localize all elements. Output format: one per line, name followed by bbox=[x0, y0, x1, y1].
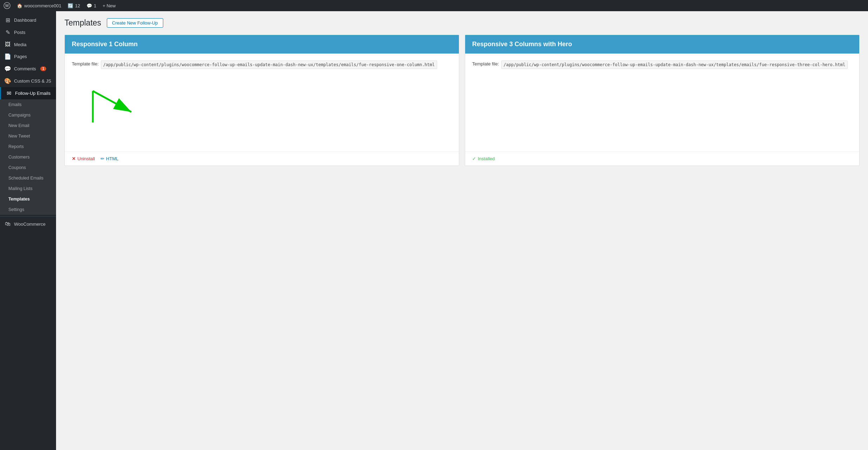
arrow-annotation bbox=[86, 87, 149, 131]
sidebar-item-dashboard[interactable]: ⊞ Dashboard bbox=[0, 14, 56, 26]
template-3col-body: Template file: /app/public/wp-content/pl… bbox=[465, 54, 859, 152]
woo-label: WooCommerce bbox=[14, 222, 46, 227]
scheduled-emails-label: Scheduled Emails bbox=[8, 176, 43, 181]
sidebar-item-followup[interactable]: ✉ Follow-Up Emails bbox=[0, 87, 56, 99]
wp-logo-item[interactable]: W bbox=[4, 2, 11, 9]
templates-label: Templates bbox=[8, 197, 30, 202]
dashboard-icon: ⊞ bbox=[4, 17, 11, 23]
emails-label: Emails bbox=[8, 102, 22, 107]
sidebar-item-pages[interactable]: 📄 Pages bbox=[0, 50, 56, 63]
wp-logo-icon: W bbox=[4, 2, 11, 9]
new-tweet-label: New Tweet bbox=[8, 134, 30, 139]
sidebar-item-reports[interactable]: Reports bbox=[0, 141, 56, 152]
sidebar-item-customers[interactable]: Customers bbox=[0, 152, 56, 162]
sidebar-divider bbox=[0, 216, 56, 217]
template-1col-footer: ✕ Uninstall ✏ HTML bbox=[65, 152, 459, 166]
reports-label: Reports bbox=[8, 144, 24, 149]
comments-badge: 1 bbox=[40, 66, 47, 71]
new-label: + New bbox=[103, 3, 116, 8]
content-area: Templates Create New Follow-Up Responsiv… bbox=[56, 11, 868, 450]
installed-status: ✓ Installed bbox=[472, 156, 495, 161]
updates-item[interactable]: 🔄 12 bbox=[68, 3, 80, 8]
template-1col-file-line: Template file: /app/public/wp-content/pl… bbox=[72, 61, 452, 69]
template-3col-footer: ✓ Installed bbox=[465, 152, 859, 166]
template-3col-title: Responsive 3 Columns with Hero bbox=[472, 41, 572, 48]
sidebar-label-comments: Comments bbox=[14, 66, 36, 71]
page-header: Templates Create New Follow-Up bbox=[64, 18, 860, 28]
coupons-label: Coupons bbox=[8, 165, 26, 170]
updates-count: 12 bbox=[75, 3, 80, 8]
new-item[interactable]: + New bbox=[103, 3, 116, 8]
sidebar-item-posts[interactable]: ✎ Posts bbox=[0, 26, 56, 38]
sidebar-label-media: Media bbox=[14, 42, 26, 47]
sidebar-item-settings[interactable]: Settings bbox=[0, 204, 56, 215]
posts-icon: ✎ bbox=[4, 29, 11, 36]
template-1col-file-label: Template file: bbox=[72, 61, 99, 68]
uninstall-button[interactable]: ✕ Uninstall bbox=[72, 156, 95, 161]
sidebar-item-new-tweet[interactable]: New Tweet bbox=[0, 131, 56, 141]
sidebar-item-woocommerce[interactable]: 🛍 WooCommerce bbox=[0, 218, 56, 230]
svg-line-3 bbox=[93, 91, 131, 112]
updates-icon: 🔄 bbox=[68, 3, 73, 8]
custom-css-icon: 🎨 bbox=[4, 78, 11, 84]
svg-text:W: W bbox=[5, 3, 9, 8]
settings-label: Settings bbox=[8, 207, 24, 212]
template-card-3col-hero: Responsive 3 Columns with Hero Template … bbox=[465, 35, 860, 166]
main-layout: ⊞ Dashboard ✎ Posts 🖼 Media 📄 Pages 💬 Co… bbox=[0, 11, 868, 450]
page-title: Templates bbox=[64, 18, 101, 28]
admin-bar: W 🏠 woocommerce001 🔄 12 💬 1 + New bbox=[0, 0, 868, 11]
site-name-item[interactable]: 🏠 woocommerce001 bbox=[17, 3, 61, 8]
checkmark-icon: ✓ bbox=[472, 156, 476, 161]
sidebar-label-followup: Follow-Up Emails bbox=[15, 91, 50, 96]
create-followup-button[interactable]: Create New Follow-Up bbox=[107, 18, 163, 28]
site-name: woocommerce001 bbox=[24, 3, 61, 8]
template-3col-file-path: /app/public/wp-content/plugins/woocommer… bbox=[501, 61, 848, 69]
campaigns-label: Campaigns bbox=[8, 113, 30, 118]
template-card-1col: Responsive 1 Column Template file: /app/… bbox=[64, 35, 459, 166]
sidebar-item-coupons[interactable]: Coupons bbox=[0, 162, 56, 173]
green-arrow-svg bbox=[86, 87, 149, 129]
template-3col-file-line: Template file: /app/public/wp-content/pl… bbox=[472, 61, 852, 69]
sidebar-item-new-email[interactable]: New Email bbox=[0, 120, 56, 131]
installed-label-text: Installed bbox=[478, 156, 495, 161]
edit-icon: ✏ bbox=[101, 156, 104, 161]
customers-label: Customers bbox=[8, 155, 29, 160]
sidebar-item-scheduled-emails[interactable]: Scheduled Emails bbox=[0, 173, 56, 183]
comments-count: 1 bbox=[94, 3, 96, 8]
followup-submenu: Emails Campaigns New Email New Tweet Rep… bbox=[0, 99, 56, 215]
sidebar-label-pages: Pages bbox=[14, 54, 27, 59]
sidebar-item-custom-css[interactable]: 🎨 Custom CSS & JS bbox=[0, 75, 56, 87]
sidebar-item-media[interactable]: 🖼 Media bbox=[0, 38, 56, 50]
woo-icon: 🛍 bbox=[4, 221, 11, 227]
html-label: HTML bbox=[106, 156, 118, 161]
sidebar-item-templates[interactable]: Templates bbox=[0, 194, 56, 204]
comments-item[interactable]: 💬 1 bbox=[87, 3, 96, 8]
sidebar-item-emails[interactable]: Emails bbox=[0, 99, 56, 110]
sidebar-item-mailing-lists[interactable]: Mailing Lists bbox=[0, 183, 56, 194]
pages-icon: 📄 bbox=[4, 53, 11, 60]
comments-nav-icon: 💬 bbox=[4, 65, 11, 72]
template-1col-body: Template file: /app/public/wp-content/pl… bbox=[65, 54, 459, 152]
mailing-lists-label: Mailing Lists bbox=[8, 186, 33, 191]
sidebar-label-posts: Posts bbox=[14, 30, 26, 35]
sidebar-label-dashboard: Dashboard bbox=[14, 17, 36, 23]
media-icon: 🖼 bbox=[4, 41, 11, 48]
templates-grid: Responsive 1 Column Template file: /app/… bbox=[64, 35, 860, 166]
sidebar-item-campaigns[interactable]: Campaigns bbox=[0, 110, 56, 120]
new-email-label: New Email bbox=[8, 123, 29, 128]
sidebar-item-comments[interactable]: 💬 Comments 1 bbox=[0, 63, 56, 75]
template-1col-file-path: /app/public/wp-content/plugins/woocommer… bbox=[101, 61, 437, 69]
comments-icon: 💬 bbox=[87, 3, 92, 8]
sidebar-label-custom-css: Custom CSS & JS bbox=[14, 78, 51, 84]
template-3col-header: Responsive 3 Columns with Hero bbox=[465, 35, 859, 54]
followup-icon: ✉ bbox=[5, 90, 12, 97]
home-icon: 🏠 bbox=[17, 3, 22, 8]
template-3col-file-label: Template file: bbox=[472, 61, 499, 68]
html-button[interactable]: ✏ HTML bbox=[101, 156, 118, 161]
sidebar: ⊞ Dashboard ✎ Posts 🖼 Media 📄 Pages 💬 Co… bbox=[0, 11, 56, 450]
template-1col-title: Responsive 1 Column bbox=[72, 41, 138, 48]
uninstall-label: Uninstall bbox=[77, 156, 95, 161]
template-1col-header: Responsive 1 Column bbox=[65, 35, 459, 54]
uninstall-x-icon: ✕ bbox=[72, 156, 76, 161]
